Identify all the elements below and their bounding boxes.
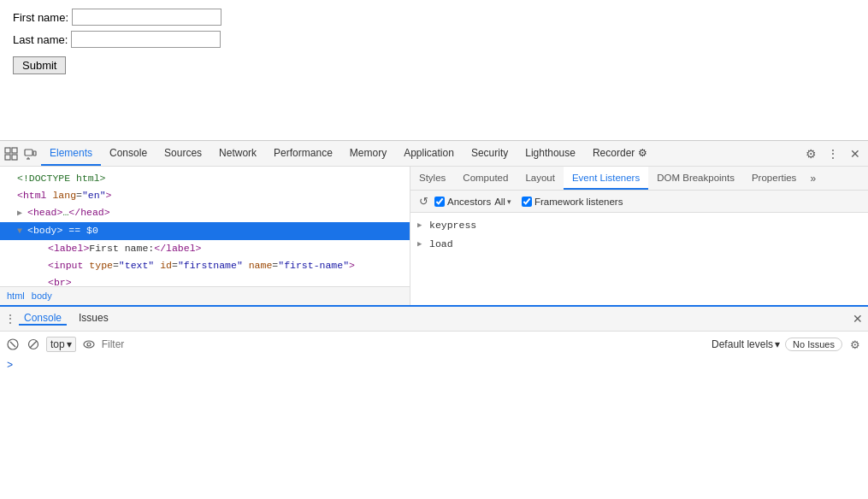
submit-button[interactable]: Submit: [13, 56, 66, 74]
first-name-label: First name:: [13, 11, 68, 24]
last-name-input[interactable]: [71, 31, 221, 48]
page-content: First name: Last name: Submit: [0, 0, 868, 141]
last-name-label: Last name:: [13, 33, 68, 46]
first-name-input[interactable]: [72, 9, 221, 26]
first-name-row: First name:: [13, 9, 855, 26]
devtools-panel: Elements Console Sources Network Perform…: [0, 140, 868, 141]
last-name-row: Last name:: [13, 31, 855, 48]
